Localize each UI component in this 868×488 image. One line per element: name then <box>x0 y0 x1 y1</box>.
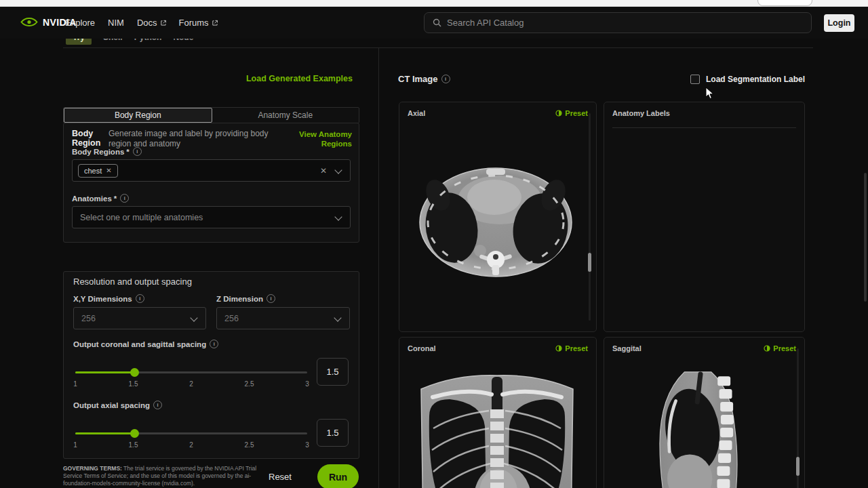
coronal-spacing-value[interactable]: 1.5 <box>317 358 349 386</box>
anatomies-select[interactable]: Select one or multiple anatomies <box>72 206 351 228</box>
tick-label: 1 <box>73 441 77 449</box>
body-region-description: Generate image and label by providing bo… <box>108 129 283 149</box>
ct-image-title: CT Imagei <box>398 74 450 84</box>
load-generated-examples-link[interactable]: Load Generated Examples <box>224 74 353 83</box>
anatomy-labels-divider <box>612 127 796 128</box>
sagittal-slice-slider-thumb[interactable] <box>796 457 800 476</box>
page: NVIDIA Explore NIM Docs Forums Search AP… <box>0 0 868 488</box>
coronal-spacing-slider-handle[interactable] <box>130 368 139 377</box>
anatomy-labels-header: Anatomy Labels <box>612 109 796 117</box>
info-icon[interactable]: i <box>120 194 129 203</box>
axial-spacing-value[interactable]: 1.5 <box>317 419 349 447</box>
anatomies-label: Anatomies * i <box>72 194 129 203</box>
tick-label: 2.5 <box>245 441 254 449</box>
reset-button[interactable]: Reset <box>269 472 292 482</box>
chevron-down-icon <box>190 314 197 321</box>
site-header: NVIDIA Explore NIM Docs Forums Search AP… <box>0 7 868 39</box>
chip-remove-icon[interactable]: ✕ <box>106 167 111 174</box>
coronal-spacing-label: Output coronal and sagittal spacingi <box>73 340 218 348</box>
info-icon[interactable]: i <box>136 294 144 303</box>
chevron-down-icon[interactable] <box>334 166 342 174</box>
nav-forums[interactable]: Forums <box>179 18 218 28</box>
axial-slice-slider-track[interactable] <box>589 113 591 321</box>
nav-nim[interactable]: NIM <box>108 18 124 28</box>
axial-preset-button[interactable]: Preset <box>555 109 588 117</box>
axial-ct-image <box>414 158 577 286</box>
search-input[interactable]: Search API Catalog <box>424 12 812 33</box>
z-dimension-select[interactable]: 256 <box>216 307 350 329</box>
chevron-down-icon <box>334 314 341 321</box>
external-link-icon <box>160 18 166 28</box>
search-icon <box>433 18 441 27</box>
resolution-title: Resolution and output spacing <box>73 277 192 287</box>
external-link-icon <box>212 18 218 28</box>
resolution-panel: Resolution and output spacing X,Y Dimens… <box>63 271 359 459</box>
login-button[interactable]: Login <box>824 14 854 32</box>
info-icon[interactable]: i <box>441 75 450 83</box>
axial-spacing-slider-handle[interactable] <box>130 429 139 438</box>
search-placeholder: Search API Catalog <box>447 18 524 28</box>
chevron-down-icon <box>334 213 342 220</box>
required-asterisk: * <box>114 195 117 203</box>
chip-chest[interactable]: chest ✕ <box>78 164 118 178</box>
header-divider <box>63 47 813 48</box>
z-dimension-label: Z Dimensioni <box>216 294 275 303</box>
terms-prefix: GOVERNING TERMS: <box>63 465 122 472</box>
axial-slice-slider-thumb[interactable] <box>588 253 591 272</box>
xy-dimensions-label: X,Y Dimensionsi <box>73 294 144 303</box>
load-segmentation-checkbox[interactable] <box>690 75 700 84</box>
tick-label: 2 <box>189 380 193 388</box>
tick-label: 2.5 <box>245 380 254 388</box>
nav-explore[interactable]: Explore <box>65 18 95 28</box>
body-region-title: Body Region <box>72 129 108 148</box>
coronal-preset-button[interactable]: Preset <box>555 344 588 352</box>
body-regions-multiselect[interactable]: chest ✕ ✕ <box>72 159 351 182</box>
required-asterisk: * <box>126 148 129 156</box>
anatomies-placeholder: Select one or multiple anatomies <box>73 213 203 222</box>
preset-icon <box>555 345 562 352</box>
coronal-ct-image <box>409 369 585 488</box>
coronal-panel: Coronal Preset <box>399 337 597 488</box>
nav-docs[interactable]: Docs <box>137 18 166 28</box>
view-anatomy-regions-link[interactable]: View Anatomy Regions <box>298 130 352 149</box>
coronal-slider-ticks: 1 1.5 2 2.5 3 <box>75 380 307 388</box>
tab-anatomy-scale[interactable]: Anatomy Scale <box>212 108 359 123</box>
sagittal-ct-image <box>647 369 749 488</box>
browser-chrome-strip <box>0 0 868 7</box>
mouse-cursor <box>705 87 715 102</box>
tab-body-region[interactable]: Body Region <box>64 108 212 123</box>
sagittal-preset-button[interactable]: Preset <box>764 344 796 352</box>
load-segmentation-row[interactable]: Load Segmentation Label <box>690 75 805 84</box>
axial-panel-header: Axial Preset <box>408 109 588 117</box>
run-button[interactable]: Run <box>317 464 359 488</box>
tick-label: 3 <box>305 380 309 388</box>
main-nav: Explore NIM Docs Forums <box>65 7 218 39</box>
preset-icon <box>555 110 562 117</box>
info-icon[interactable]: i <box>210 340 218 348</box>
tick-label: 1.5 <box>129 441 138 449</box>
load-segmentation-label: Load Segmentation Label <box>706 75 805 84</box>
form-tab-group: Body Region Anatomy Scale <box>63 107 359 123</box>
browser-chrome-control <box>757 0 812 6</box>
body-regions-label: Body Regions * i <box>72 147 142 156</box>
body-region-panel: Body Region Generate image and label by … <box>63 123 359 243</box>
axial-spacing-slider-fill <box>75 432 134 434</box>
sagittal-title: Saggital <box>612 344 642 352</box>
info-icon[interactable]: i <box>133 147 142 156</box>
preset-icon <box>764 345 770 352</box>
info-icon[interactable]: i <box>267 294 275 303</box>
clear-icon[interactable]: ✕ <box>320 166 327 176</box>
tick-label: 1.5 <box>129 380 138 388</box>
axial-panel: Axial Preset <box>399 102 597 332</box>
tick-label: 2 <box>189 441 193 449</box>
governing-terms: GOVERNING TERMS: The trial service is go… <box>63 465 264 487</box>
page-scrollbar-thumb[interactable] <box>864 173 867 302</box>
anatomy-labels-panel: Anatomy Labels <box>604 102 805 332</box>
axial-slider-ticks: 1 1.5 2 2.5 3 <box>75 441 307 449</box>
xy-dimensions-select[interactable]: 256 <box>73 307 206 329</box>
info-icon[interactable]: i <box>153 401 162 409</box>
tick-label: 1 <box>73 380 77 388</box>
sagittal-panel: Saggital Preset <box>604 337 805 488</box>
anatomy-labels-title: Anatomy Labels <box>612 109 670 117</box>
coronal-title: Coronal <box>408 344 436 352</box>
